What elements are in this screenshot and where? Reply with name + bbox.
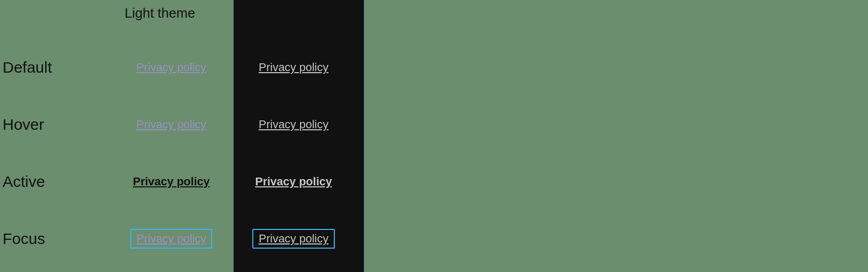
- col-dark-focus: Privacy policy: [228, 229, 359, 249]
- col-dark-hover: Privacy policy: [228, 118, 359, 131]
- col-dark-default: Privacy policy: [228, 61, 359, 74]
- col-light-focus: Privacy policy: [114, 229, 228, 249]
- table-row: Focus Privacy policy Privacy policy: [0, 210, 359, 267]
- light-theme-header: Light theme: [114, 5, 228, 21]
- state-label-focus: Focus: [0, 230, 114, 248]
- table-row: Active Privacy policy Privacy policy: [0, 153, 359, 210]
- header-row: Light theme Dark theme: [0, 5, 359, 21]
- table-row: Hover Privacy policy Privacy policy: [0, 96, 359, 153]
- state-label-default: Default: [0, 59, 114, 76]
- link-light-active[interactable]: Privacy policy: [133, 175, 210, 188]
- link-light-default[interactable]: Privacy policy: [137, 61, 206, 74]
- link-dark-focus[interactable]: Privacy policy: [252, 229, 334, 249]
- state-label-active: Active: [0, 173, 114, 191]
- main-wrapper: Light theme Dark theme Default Privacy p…: [0, 0, 868, 272]
- dark-theme-header: Dark theme: [228, 5, 359, 21]
- col-light-default: Privacy policy: [114, 61, 228, 74]
- link-light-hover[interactable]: Privacy policy: [137, 118, 206, 131]
- link-light-focus[interactable]: Privacy policy: [130, 229, 212, 249]
- table-row: Default Privacy policy Privacy policy: [0, 39, 359, 96]
- link-dark-default[interactable]: Privacy policy: [259, 61, 328, 74]
- col-dark-active: Privacy policy: [228, 175, 359, 188]
- state-label-hover: Hover: [0, 116, 114, 133]
- col-light-active: Privacy policy: [114, 175, 228, 188]
- link-dark-active[interactable]: Privacy policy: [255, 175, 332, 188]
- col-light-hover: Privacy policy: [114, 118, 228, 131]
- link-dark-hover[interactable]: Privacy policy: [259, 118, 328, 131]
- rows-container: Default Privacy policy Privacy policy Ho…: [0, 39, 359, 267]
